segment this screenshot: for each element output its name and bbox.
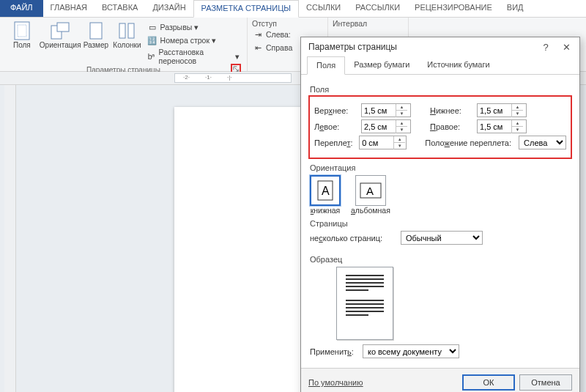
dialog-tab-margins[interactable]: Поля: [307, 56, 345, 75]
svg-rect-5: [119, 23, 125, 38]
margins-section-label: Поля: [310, 85, 571, 94]
dialog-tab-paper[interactable]: Размер бумаги: [345, 56, 418, 74]
dialog-close-button[interactable]: ✕: [556, 40, 576, 54]
pages-section-label: Страницы: [310, 219, 571, 228]
margins-button[interactable]: Поля: [4, 19, 40, 66]
bottom-margin-label: Нижнее:: [430, 106, 472, 115]
hyphenation-button[interactable]: bᵃРасстановка переносов▾: [146, 47, 240, 66]
orientation-section-label: Ориентация: [310, 163, 571, 172]
size-icon: [86, 21, 106, 41]
svg-rect-6: [128, 23, 134, 38]
breaks-button[interactable]: ▭Разрывы▾: [146, 21, 240, 34]
dialog-tab-source[interactable]: Источник бумаги: [418, 56, 498, 74]
multi-pages-label: несколько страниц:: [310, 234, 396, 243]
default-button[interactable]: По умолчанию: [308, 378, 363, 387]
tab-insert[interactable]: ВСТАВКА: [94, 0, 145, 17]
ok-button[interactable]: ОК: [462, 374, 515, 391]
ribbon-tabs: ФАЙЛ ГЛАВНАЯ ВСТАВКА ДИЗАЙН РАЗМЕТКА СТР…: [0, 0, 586, 18]
tab-file[interactable]: ФАЙЛ: [0, 0, 43, 17]
left-margin-label: Левое:: [314, 122, 357, 131]
indent-label: Отступ: [252, 19, 323, 28]
page-setup-dialog: Параметры страницы ? ✕ Поля Размер бумаг…: [300, 37, 580, 392]
hyphenation-icon: bᵃ: [146, 51, 157, 62]
spinner-down-icon[interactable]: ▼: [396, 111, 407, 117]
size-button[interactable]: Размер: [81, 19, 111, 66]
svg-rect-4: [90, 23, 102, 39]
gutter-pos-label: Положение переплета:: [425, 138, 514, 147]
tab-review[interactable]: РЕЦЕНЗИРОВАНИЕ: [407, 0, 500, 17]
line-numbers-button[interactable]: 🔢Номера строк▾: [146, 34, 240, 47]
landscape-button[interactable]: A альбомная: [351, 175, 390, 215]
top-margin-input[interactable]: ▲▼: [361, 103, 411, 117]
multi-pages-select[interactable]: Обычный: [401, 231, 483, 245]
portrait-icon: A: [310, 175, 341, 206]
preview-thumbnail: [336, 267, 393, 340]
tab-view[interactable]: ВИД: [500, 0, 531, 17]
dialog-help-button[interactable]: ?: [535, 40, 556, 54]
cancel-button[interactable]: Отмена: [519, 374, 572, 391]
apply-to-label: Применить:: [310, 347, 358, 356]
dialog-title: Параметры страницы: [308, 42, 397, 52]
line-numbers-icon: 🔢: [146, 34, 158, 46]
right-margin-input[interactable]: ▲▼: [477, 119, 527, 133]
top-margin-label: Верхнее:: [314, 106, 357, 115]
tab-home[interactable]: ГЛАВНАЯ: [43, 0, 94, 17]
gutter-pos-select[interactable]: Слева: [519, 136, 566, 149]
right-margin-label: Правое:: [430, 122, 472, 131]
gutter-label: Переплет:: [314, 138, 355, 147]
preview-section-label: Образец: [310, 255, 571, 264]
margins-icon: [12, 21, 32, 41]
svg-rect-3: [57, 23, 69, 32]
spacing-label: Интервал: [333, 19, 404, 28]
tab-page-layout[interactable]: РАЗМЕТКА СТРАНИЦЫ: [193, 0, 299, 18]
tab-references[interactable]: ССЫЛКИ: [299, 0, 348, 17]
margins-highlight-box: Верхнее: ▲▼ Нижнее: ▲▼ Левое: ▲▼ Правое:…: [308, 95, 572, 159]
landscape-icon: A: [355, 175, 386, 206]
bottom-margin-input[interactable]: ▲▼: [477, 103, 527, 117]
apply-to-select[interactable]: ко всему документу: [363, 344, 459, 358]
spinner-up-icon[interactable]: ▲: [396, 104, 407, 111]
portrait-button[interactable]: A книжная: [310, 175, 341, 215]
gutter-input[interactable]: ▲▼: [359, 136, 407, 149]
svg-text:A: A: [322, 185, 330, 197]
columns-icon: [116, 21, 137, 41]
svg-text:A: A: [366, 185, 374, 197]
tab-design[interactable]: ДИЗАЙН: [145, 0, 193, 17]
vertical-ruler[interactable]: [4, 85, 16, 392]
columns-button[interactable]: Колонки: [111, 19, 143, 66]
tab-mailings[interactable]: РАССЫЛКИ: [348, 0, 407, 17]
orientation-icon: [50, 21, 70, 41]
orientation-button[interactable]: Ориентация: [40, 19, 81, 66]
breaks-icon: ▭: [146, 21, 158, 33]
left-margin-input[interactable]: ▲▼: [361, 119, 411, 133]
